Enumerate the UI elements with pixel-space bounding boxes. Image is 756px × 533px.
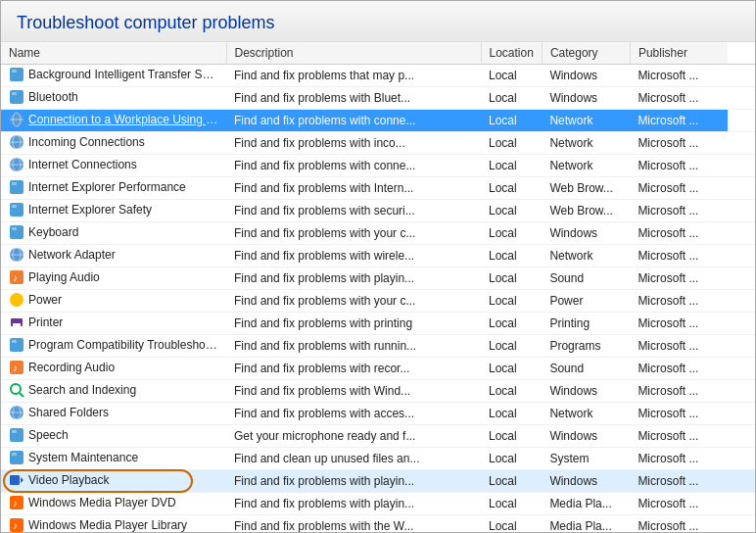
col-header-name[interactable]: Name xyxy=(1,42,226,65)
power-icon xyxy=(9,292,24,308)
table-row[interactable]: Connection to a Workplace Using DirectAc… xyxy=(1,110,755,132)
table-row[interactable]: Internet ConnectionsFind and fix problem… xyxy=(1,155,755,177)
svg-rect-36 xyxy=(10,428,24,442)
table-row[interactable]: Internet Explorer SafetyFind and fix pro… xyxy=(1,200,755,222)
cell-pub: Microsoft ... xyxy=(630,267,728,290)
cell-cat: Network xyxy=(542,132,630,155)
table-row[interactable]: Shared FoldersFind and fix problems with… xyxy=(1,403,755,425)
table-body: Background Intelligent Transfer ServiceF… xyxy=(1,65,755,533)
cell-pub: Microsoft ... xyxy=(630,87,728,110)
item-name-label: System Maintenance xyxy=(28,451,138,464)
table-row[interactable]: BluetoothFind and fix problems with Blue… xyxy=(1,87,755,110)
table-row[interactable]: Video PlaybackFind and fix problems with… xyxy=(1,470,755,493)
cell-name: ♪Recording Audio xyxy=(1,358,226,380)
sound-icon: ♪ xyxy=(9,360,24,375)
item-name-label: Power xyxy=(28,293,62,307)
cell-desc: Find and fix problems with recor... xyxy=(226,358,481,380)
cell-loc: Local xyxy=(481,448,542,470)
table-row[interactable]: Network AdapterFind and fix problems wit… xyxy=(1,245,755,267)
generic-icon xyxy=(9,67,24,82)
cell-loc: Local xyxy=(481,110,542,132)
cell-loc: Local xyxy=(481,380,542,403)
item-name-label: Shared Folders xyxy=(28,406,109,419)
cell-name: Internet Explorer Performance xyxy=(1,177,226,200)
table-row[interactable]: Search and IndexingFind and fix problems… xyxy=(1,380,755,403)
cell-desc: Find and fix problems with acces... xyxy=(226,403,481,425)
cell-desc: Find and fix problems with your c... xyxy=(226,222,481,245)
cell-loc: Local xyxy=(481,470,542,493)
search-icon xyxy=(9,382,24,398)
cell-desc: Find and fix problems with printing xyxy=(226,313,481,335)
col-header-cat[interactable]: Category xyxy=(542,42,630,65)
network-icon xyxy=(9,405,24,420)
table-row[interactable]: SpeechGet your microphone ready and f...… xyxy=(1,425,755,448)
cell-name: Internet Explorer Safety xyxy=(1,200,226,222)
cell-name: Search and Indexing xyxy=(1,380,226,403)
table-row[interactable]: System MaintenanceFind and clean up unus… xyxy=(1,448,755,470)
video-icon xyxy=(9,472,24,488)
cell-desc: Find and fix problems with conne... xyxy=(226,155,481,177)
item-name-label: Internet Explorer Performance xyxy=(28,180,186,194)
svg-rect-27 xyxy=(10,338,24,352)
cell-cat: Network xyxy=(542,245,630,267)
table-row[interactable]: Incoming ConnectionsFind and fix problem… xyxy=(1,132,755,155)
cell-cat: Sound xyxy=(542,358,630,380)
cell-pub: Microsoft ... xyxy=(630,200,728,222)
generic-icon xyxy=(9,427,24,443)
svg-rect-37 xyxy=(12,430,17,433)
col-header-pub[interactable]: Publisher xyxy=(630,42,728,65)
cell-desc: Find and clean up unused files an... xyxy=(226,448,481,470)
cell-pub: Microsoft ... xyxy=(630,132,728,155)
svg-rect-40 xyxy=(10,475,20,485)
svg-text:♪: ♪ xyxy=(13,498,18,509)
cell-pub: Microsoft ... xyxy=(630,245,728,267)
svg-point-31 xyxy=(11,384,21,394)
cell-cat: Power xyxy=(542,290,630,313)
media-icon: ♪ xyxy=(9,495,24,510)
network-icon xyxy=(9,134,24,150)
table-header-row: Name Description Location Category Publi… xyxy=(1,42,755,65)
col-header-loc[interactable]: Location xyxy=(481,42,542,65)
cell-name: Network Adapter xyxy=(1,245,226,267)
table-row[interactable]: Internet Explorer PerformanceFind and fi… xyxy=(1,177,755,200)
media-icon: ♪ xyxy=(9,517,24,532)
cell-loc: Local xyxy=(481,87,542,110)
table-row[interactable]: ♪Windows Media Player LibraryFind and fi… xyxy=(1,515,755,533)
table-row[interactable]: Background Intelligent Transfer ServiceF… xyxy=(1,65,755,87)
table-row[interactable]: Program Compatibility TroubleshooterFind… xyxy=(1,335,755,358)
troubleshooter-table: Name Description Location Category Publi… xyxy=(1,42,755,532)
col-header-desc[interactable]: Description xyxy=(226,42,481,65)
table-row[interactable]: PrinterFind and fix problems with printi… xyxy=(1,313,755,335)
cell-name: Printer xyxy=(1,313,226,335)
window: Troubleshoot computer problems Name Desc… xyxy=(0,0,756,533)
cell-loc: Local xyxy=(481,155,542,177)
network-icon xyxy=(9,157,24,172)
table-row[interactable]: ♪Windows Media Player DVDFind and fix pr… xyxy=(1,493,755,515)
content-area[interactable]: Name Description Location Category Publi… xyxy=(1,42,755,532)
cell-loc: Local xyxy=(481,222,542,245)
table-row[interactable]: PowerFind and fix problems with your c..… xyxy=(1,290,755,313)
cell-name: Internet Connections xyxy=(1,155,226,177)
cell-name: Video Playback xyxy=(1,470,226,493)
cell-pub: Microsoft ... xyxy=(630,515,728,533)
svg-rect-13 xyxy=(10,180,24,194)
cell-pub: Microsoft ... xyxy=(630,358,728,380)
cell-cat: Network xyxy=(542,155,630,177)
table-row[interactable]: ♪Playing AudioFind and fix problems with… xyxy=(1,267,755,290)
title-bar: Troubleshoot computer problems xyxy=(1,1,755,42)
svg-text:♪: ♪ xyxy=(13,272,18,283)
cell-pub: Microsoft ... xyxy=(630,470,728,493)
cell-pub: Microsoft ... xyxy=(630,177,728,200)
cell-name: Program Compatibility Troubleshooter xyxy=(1,335,226,358)
table-row[interactable]: ♪Recording AudioFind and fix problems wi… xyxy=(1,358,755,380)
svg-rect-39 xyxy=(12,453,17,456)
item-name-label: Video Playback xyxy=(28,473,110,487)
cell-desc: Find and fix problems with conne... xyxy=(226,110,481,132)
cell-loc: Local xyxy=(481,313,542,335)
table-row[interactable]: KeyboardFind and fix problems with your … xyxy=(1,222,755,245)
item-name-label: Recording Audio xyxy=(28,361,115,374)
printer-icon xyxy=(9,315,24,330)
svg-rect-15 xyxy=(10,203,24,217)
cell-cat: Windows xyxy=(542,380,630,403)
generic-icon xyxy=(9,89,24,105)
